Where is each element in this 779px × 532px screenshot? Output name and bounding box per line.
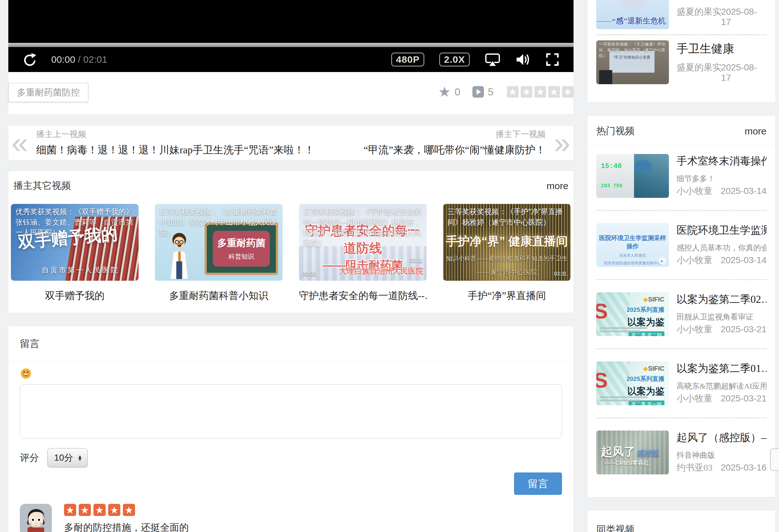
- video-meta-row: 多重耐药菌防控 ★ 0 5 ★ ★ ★ ★ ★: [8, 72, 574, 115]
- sidebar-video-item[interactable]: ——“感”退新生危机 盛夏的果实 2025-08-17: [596, 0, 767, 29]
- video-title: 以案为鉴第二季01…: [676, 361, 767, 376]
- next-video-title: “甲流”来袭，哪吒带你“闹”懂健康防护！: [364, 143, 546, 157]
- other-video-item[interactable]: 多重耐药菌 科普知识 三等奖获奖视频：《多重耐药菌科普小知识》何志才（中山市小榄…: [155, 204, 283, 302]
- thumb-time-start: 00:02: [302, 271, 316, 278]
- replay-icon[interactable]: [22, 52, 37, 67]
- submit-comment-button[interactable]: 留言: [514, 472, 562, 495]
- star-icon: ★: [64, 504, 76, 516]
- other-video-item[interactable]: 双手赠予我的 自贡市第一人民医院 优秀奖获奖视频：《双手赠予我的》张钰涵、姜文婧…: [11, 204, 138, 302]
- video-date: 2025-03-14: [721, 186, 767, 196]
- speed-button[interactable]: 2.0X: [439, 53, 470, 67]
- next-video-link[interactable]: 播主下一视频 “甲流”来袭，哪吒带你“闹”懂健康防护！: [364, 129, 546, 157]
- star-icon: ★: [94, 504, 106, 516]
- thumb-sub-text: 知识小科普——那些你知道和不知道的手卫生: [443, 254, 571, 263]
- seek-bar[interactable]: [8, 43, 574, 47]
- sific-s-logo: S: [596, 370, 608, 391]
- player-controls: 00:00 / 02:01 480P 2.0X: [8, 47, 574, 72]
- section-title-other-videos: 播主其它视频: [13, 179, 71, 192]
- other-video-item[interactable]: 守护患者安全的每一道防线 ——阻击耐药菌 大理白族自治州人民医院 00:02 0…: [299, 204, 427, 302]
- sidebar-recent-card: ——“感”退新生危机 盛夏的果实 2025-08-17 “手卫”先锋知识小竞赛 …: [587, 0, 776, 103]
- video-caption: 守护患者安全的每一道防线--…: [299, 289, 427, 302]
- play-count-icon: [472, 86, 484, 98]
- video-player-card: 00:00 / 02:01 480P 2.0X: [8, 0, 574, 115]
- quality-button[interactable]: 480P: [391, 53, 424, 67]
- video-player[interactable]: 00:00 / 02:01 480P 2.0X: [8, 0, 574, 72]
- sidebar-video-item[interactable]: 15:46 193 759 手术室终末消毒操作… 细节多多！ 小小牧童 2025…: [596, 154, 767, 198]
- sidebar-hot-videos-card: 热门视频 more 15:46 193 759 手术室终末消毒操作… 细节多多！…: [587, 115, 776, 497]
- thumb-main-text: 起风了: [601, 445, 635, 458]
- sidebar-video-item[interactable]: 医院环境卫生学监测采样操作 启东市人民医院 启东市医院感染管理质量控制中心 20…: [596, 223, 767, 267]
- thumb-main-text: 以案为鉴: [627, 316, 664, 329]
- thumb-main-text: ——“感”退新生危机: [597, 16, 666, 26]
- video-tag[interactable]: 多重耐药菌防控: [8, 83, 88, 102]
- thumb-line: 启东市医院感染管理质量控制中心: [596, 260, 669, 266]
- play-count: 5: [488, 86, 493, 98]
- thumb-overlay-text: 三等奖获奖视频：《守护患者安全的每一道防线---阻击耐药菌》杨彦芬，段丽屏，梁婷…: [299, 204, 427, 251]
- thumb-main-text: 医院环境卫生学监测采样操作: [596, 234, 669, 251]
- current-time: 00:00: [51, 54, 75, 65]
- thumb-sub-text: ——CRBSI零容忍: [605, 459, 649, 467]
- thumb-led-text: 193 759: [601, 183, 622, 189]
- sidebar-similar-videos-card: 同类视频: [587, 510, 776, 532]
- comment-input[interactable]: [20, 384, 562, 438]
- comments-card: 留言 评分 10分 ▲▼ 留言: [8, 326, 574, 532]
- rating-star-icon[interactable]: ★: [507, 86, 519, 98]
- thumb-hospital-text: 大理白族自治州人民医院: [339, 266, 423, 276]
- nurse-illustration: [635, 160, 652, 171]
- airplay-icon[interactable]: [485, 52, 500, 67]
- rating-star-icon[interactable]: ★: [535, 86, 546, 98]
- time-separator: /: [78, 54, 80, 65]
- comment-entry: ★ ★ ★ ★ ★ 多耐的防控措施，还挺全面的: [20, 504, 562, 532]
- video-thumbnail: 手护净“界” 健康直播间 知识小科普——那些你知道和不知道的手卫生 ——遂宁市中…: [443, 204, 571, 281]
- other-video-item[interactable]: 手护净“界” 健康直播间 知识小科普——那些你知道和不知道的手卫生 ——遂宁市中…: [443, 204, 571, 302]
- video-date: 2025-08-17: [721, 62, 767, 83]
- volume-icon[interactable]: [515, 53, 531, 67]
- rating-star-icon[interactable]: ★: [548, 86, 560, 98]
- other-videos-more-link[interactable]: more: [547, 181, 568, 191]
- rating-star-icon[interactable]: ★: [521, 86, 532, 98]
- select-arrows-icon: ▲▼: [77, 455, 82, 461]
- prev-video-link[interactable]: 播主上一视频 细菌！病毒！退！退！退！川妹rap手卫生洗手“咒语”来啦！！: [36, 129, 314, 157]
- hot-videos-more-link[interactable]: more: [745, 126, 767, 137]
- rating-widget[interactable]: ★ ★ ★ ★ ★: [507, 86, 574, 98]
- prev-chevron-icon[interactable]: «: [11, 132, 28, 154]
- favorite-star-icon: ★: [438, 85, 451, 99]
- duration: 02:01: [83, 54, 107, 65]
- thumb-tag-text: 感控版: [637, 449, 659, 457]
- rating-star-icon[interactable]: ★: [562, 86, 574, 98]
- scrollbar-thumb[interactable]: [770, 449, 779, 471]
- video-date: 2025-03-14: [721, 255, 767, 265]
- dashed-divider: [596, 417, 767, 418]
- next-chevron-icon[interactable]: »: [554, 132, 570, 154]
- thumb-overlay-text: 三等奖获奖视频：《多重耐药菌科普小知识》何志才（中山市小榄人民医院）: [155, 204, 283, 240]
- thumb-sub-text: 自贡市第一人民医院: [42, 265, 119, 275]
- avatar: [20, 504, 52, 532]
- sidebar-video-item[interactable]: “手卫”先锋知识小竞赛 一等奖获奖视频：《手卫健康》罗佳欣、蒋羽婷、汤小萍等（遂…: [596, 40, 767, 84]
- video-caption: 双手赠予我的: [11, 289, 138, 302]
- sidebar-video-item[interactable]: S ◆SIFIC 2025系列直播 以案为鉴 第二季 第二期 以案为鉴第二季02…: [596, 292, 767, 336]
- emoji-picker-icon[interactable]: [20, 367, 32, 381]
- section-title-comments: 留言: [20, 337, 562, 351]
- uploader-other-videos-card: 播主其它视频 more 双手赠予我的 自贡市第一人民医院 优秀奖获奖视频：《双手…: [8, 171, 574, 313]
- video-thumbnail: 医院环境卫生学监测采样操作 启东市人民医院 启东市医院感染管理质量控制中心 20…: [596, 223, 669, 267]
- section-title-similar-videos: 同类视频: [596, 524, 635, 532]
- sidebar-video-item[interactable]: 起风了感控版 ——CRBSI零容忍 起风了（感控版）—… 抖音神曲版 约书亚03…: [596, 430, 767, 474]
- video-date: 2025-03-16: [721, 463, 767, 473]
- rating-select-label: 评分: [20, 451, 39, 465]
- dashed-divider: [596, 34, 767, 35]
- video-thumbnail: 起风了感控版 ——CRBSI零容忍: [596, 430, 669, 474]
- star-icon: ★: [79, 504, 91, 516]
- sidebar-video-item[interactable]: S ◆SIFIC 2025系列直播 以案为鉴 第二季 第一期 以案为鉴第二季01…: [596, 361, 767, 405]
- video-thumbnail: ——“感”退新生危机: [596, 0, 669, 29]
- thumb-main-text: 以案为鉴: [627, 385, 664, 398]
- thumb-overlay-text: 优秀奖获奖视频：《双手赠予我的》张钰涵、姜文婧、曹莉等（自贡市第一人民医院）: [11, 204, 138, 240]
- prev-next-card: « 播主上一视频 细菌！病毒！退！退！退！川妹rap手卫生洗手“咒语”来啦！！ …: [8, 125, 574, 160]
- next-video-label: 播主下一视频: [364, 129, 546, 140]
- thumb-time-end: 03:31: [554, 271, 567, 277]
- fullscreen-icon[interactable]: [545, 53, 559, 67]
- thumb-live-text: 2025系列直播: [627, 306, 664, 314]
- dashed-divider: [596, 210, 767, 211]
- rating-select[interactable]: 10分 ▲▼: [47, 448, 88, 467]
- dashed-divider: [596, 279, 767, 280]
- thumb-brand: SIFIC: [648, 365, 664, 372]
